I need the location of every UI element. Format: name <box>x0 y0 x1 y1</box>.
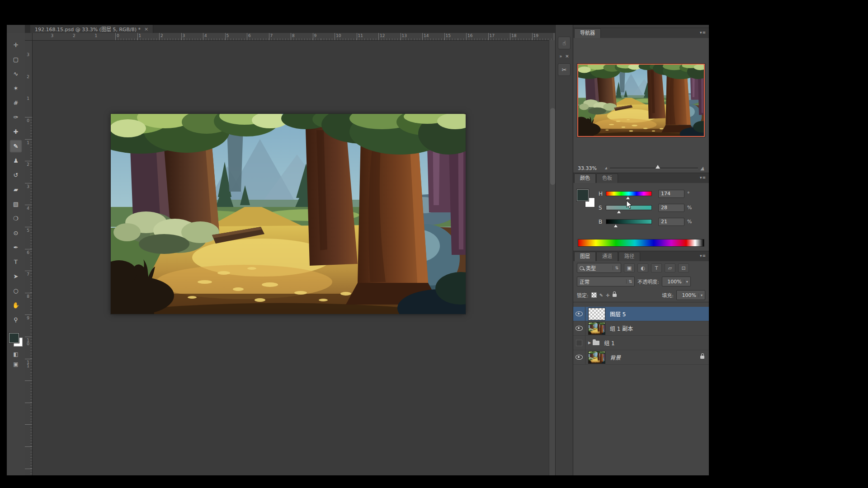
layer-row[interactable]: ▶组 1 <box>573 336 709 350</box>
hsb-value-B[interactable]: 21 <box>658 218 684 226</box>
zoom-slider-track[interactable] <box>610 168 698 169</box>
visibility-eye-icon[interactable] <box>573 350 585 364</box>
tab-close-icon[interactable]: × <box>144 26 148 32</box>
scrollbar-thumb[interactable] <box>550 108 555 185</box>
ellipse-tool[interactable]: ○ <box>9 284 22 297</box>
layer-row[interactable]: 组 1 副本 <box>573 321 709 336</box>
panel-menu-icon[interactable]: ▾≡ <box>700 30 706 35</box>
close-panel-icon[interactable]: ✕ <box>565 54 569 59</box>
panel-menu-icon[interactable]: ▾≡ <box>700 253 706 258</box>
pen-tool[interactable]: ✒ <box>9 241 22 254</box>
filter-pixel-layers-icon[interactable]: ▣ <box>624 263 635 272</box>
zoom-slider-thumb[interactable] <box>656 165 660 169</box>
tab-navigator[interactable]: 导航器 <box>574 28 601 38</box>
hsb-slider-S[interactable] <box>606 205 652 210</box>
brush-tool[interactable]: ✎ <box>9 140 22 153</box>
visibility-toggle-empty[interactable] <box>573 336 585 350</box>
panel-menu-icon[interactable]: ▾≡ <box>700 175 706 180</box>
ruler-number: 10 <box>336 33 341 38</box>
hsb-value-H[interactable]: 174 <box>658 190 684 198</box>
ruler-number: 0 <box>26 118 30 122</box>
lock-pixels-icon[interactable]: ✎ <box>599 293 603 298</box>
filter-type-layers-icon[interactable]: T <box>651 263 662 272</box>
filter-type-label: 类型 <box>586 264 596 272</box>
layer-row[interactable]: 图层 5 <box>573 307 709 321</box>
quick-mask-icon[interactable]: ◧ <box>9 351 22 357</box>
ruler-number: 16 <box>467 33 472 38</box>
ruler-vertical: 32101234567891011 <box>25 40 33 475</box>
history-brush-tool[interactable]: ↺ <box>9 169 22 182</box>
layer-name[interactable]: 背景 <box>610 353 621 361</box>
document-tab[interactable]: 192.168.15.psd @ 33.3% (图层 5, RGB/8) * × <box>30 25 153 33</box>
tab-paths[interactable]: 路径 <box>618 252 640 261</box>
type-tool[interactable]: T <box>9 255 22 268</box>
ruler-origin-corner[interactable] <box>25 33 33 41</box>
clone-source-panel-icon[interactable]: ✂ <box>558 63 571 76</box>
hand-tool[interactable]: ✋ <box>9 299 22 312</box>
group-expand-icon[interactable]: ▶ <box>588 341 591 345</box>
filter-shape-layers-icon[interactable]: ▱ <box>665 263 675 272</box>
canvas-viewport[interactable] <box>32 40 556 475</box>
hsb-rows: H174°S28%B21% <box>599 187 705 229</box>
hsb-slider-B[interactable] <box>606 219 652 224</box>
navigator-zoom-slider[interactable]: ▲ ▲ <box>605 166 704 171</box>
rectangular-marquee-tool[interactable]: ▢ <box>9 53 22 66</box>
opacity-dropdown[interactable]: 100% ▾ <box>662 277 691 286</box>
screen-mode-icon[interactable]: ▣ <box>9 361 22 367</box>
visibility-eye-icon[interactable] <box>573 307 585 321</box>
layer-thumbnail[interactable] <box>588 308 605 320</box>
tab-channels[interactable]: 通道 <box>596 252 618 261</box>
eraser-tool[interactable]: ▰ <box>9 183 22 196</box>
canvas-artwork[interactable] <box>111 114 466 314</box>
path-selection-tool[interactable]: ➤ <box>9 270 22 283</box>
layer-name[interactable]: 组 1 <box>604 339 614 347</box>
crop-tool[interactable]: # <box>9 96 22 109</box>
zoom-in-mountain-icon[interactable]: ▲ <box>701 166 704 171</box>
slider-thumb-icon[interactable] <box>617 211 621 213</box>
clone-stamp-tool[interactable]: ♟ <box>9 154 22 167</box>
slider-thumb-icon[interactable] <box>614 225 618 227</box>
gradient-tool[interactable]: ▧ <box>9 197 22 211</box>
opacity-value: 100% <box>667 279 681 285</box>
lock-position-icon[interactable]: ✛ <box>606 293 609 298</box>
foreground-color-swatch[interactable] <box>9 333 19 343</box>
navigator-zoom-value[interactable]: 33.33% <box>578 165 601 171</box>
tab-layers[interactable]: 图层 <box>574 252 596 261</box>
zoom-out-mountain-icon[interactable]: ▲ <box>605 167 607 170</box>
lasso-tool[interactable]: ∿ <box>9 67 22 80</box>
brush-presets-panel-icon[interactable]: ☝ <box>558 37 571 49</box>
collapse-panels-icon[interactable]: » <box>559 54 562 59</box>
eyedropper-tool[interactable]: ✑ <box>9 111 22 124</box>
magic-wand-tool[interactable]: ✶ <box>9 82 22 95</box>
foreground-color-swatch[interactable] <box>577 189 589 201</box>
slider-thumb-icon[interactable] <box>626 197 630 199</box>
blend-mode-dropdown[interactable]: 正常 ⇅ <box>577 277 635 286</box>
navigator-preview[interactable] <box>577 64 705 137</box>
ruler-number: 4 <box>26 206 30 210</box>
layer-name[interactable]: 图层 5 <box>610 310 626 318</box>
dodge-tool[interactable]: ⊙ <box>9 226 22 239</box>
layer-filter-dropdown[interactable]: 类型 ⇅ <box>577 263 621 273</box>
lock-all-icon[interactable] <box>613 294 617 297</box>
filter-smart-objects-icon[interactable]: ⊡ <box>678 263 689 272</box>
lock-transparency-icon[interactable] <box>591 292 597 298</box>
filter-adjustment-layers-icon[interactable]: ◐ <box>637 263 648 272</box>
blur-tool[interactable]: ❍ <box>9 212 22 225</box>
chevron-down-icon: ▾ <box>684 280 688 284</box>
ruler-number: 5 <box>26 228 30 232</box>
tab-color[interactable]: 颜色 <box>574 174 596 183</box>
zoom-tool[interactable]: ⚲ <box>9 313 22 326</box>
hsb-slider-H[interactable] <box>606 191 652 196</box>
healing-brush-tool[interactable]: ✚ <box>9 125 22 138</box>
fill-dropdown[interactable]: 100% ▾ <box>676 290 705 300</box>
color-spectrum-ramp[interactable] <box>578 239 704 247</box>
layer-name[interactable]: 组 1 副本 <box>610 324 633 332</box>
layer-thumbnail[interactable] <box>588 351 605 364</box>
hsb-value-S[interactable]: 28 <box>658 204 684 212</box>
ruler-number: 0 <box>117 33 119 38</box>
layer-row[interactable]: 背景 <box>573 350 709 365</box>
tab-swatches[interactable]: 色板 <box>596 174 618 183</box>
visibility-eye-icon[interactable] <box>573 321 585 335</box>
layer-thumbnail[interactable] <box>588 322 605 335</box>
move-tool[interactable]: ✛ <box>9 38 22 52</box>
